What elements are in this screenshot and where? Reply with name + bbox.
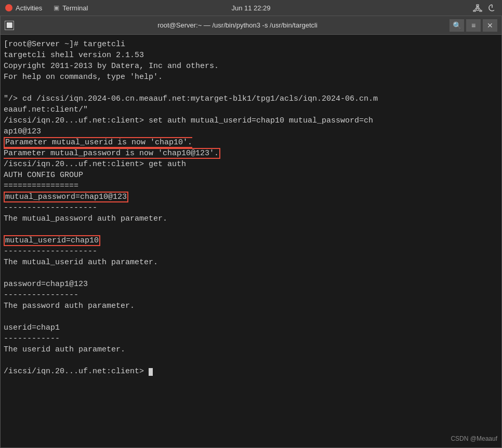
terminal-window-icon: ⬜ — [5, 21, 14, 30]
line-password: password=chap1@123 — [4, 279, 498, 290]
system-bar-right — [473, 3, 497, 12]
mutual-userid-value: mutual_userid=chap10 — [4, 235, 100, 246]
terminal-output: [root@Server ~]# targetclitargetcli shel… — [4, 39, 498, 377]
line-mutual-pw-desc: The mutual_password auth parameter. — [4, 213, 498, 224]
line-set-auth: /iscsi/iqn.20...uf.net:client> set auth … — [4, 115, 498, 137]
title-bar-title: root@Server:~ — /usr/bin/python3 -s /usr… — [25, 21, 450, 29]
svg-rect-6 — [477, 5, 479, 6]
line-empty2 — [4, 268, 498, 279]
terminal-window: ⬜ root@Server:~ — /usr/bin/python3 -s /u… — [0, 16, 502, 448]
line-empty1 — [4, 224, 498, 235]
line-4: For help on commands, type 'help'. — [4, 72, 498, 83]
line-param1: Parameter mutual_userid is now 'chap10'.… — [4, 137, 498, 159]
cursor — [149, 368, 153, 376]
line-prompt: /iscsi/iqn.20...uf.net:client> — [4, 366, 498, 377]
line-mutual-uid: mutual_userid=chap10 — [4, 235, 498, 246]
line-dash2: -------------------- — [4, 246, 498, 257]
line-password-desc: The password auth parameter. — [4, 301, 498, 311]
svg-rect-2 — [480, 10, 482, 11]
system-bar: Activities ▣ Terminal Jun 11 22:29 — [0, 0, 502, 16]
line-empty3 — [4, 311, 498, 322]
close-button[interactable]: ✕ — [483, 19, 497, 32]
line-dash3: ---------------- — [4, 290, 498, 301]
line-mutual-pw: mutual_password=chap10@123 — [4, 192, 498, 202]
line-equals: ================ — [4, 181, 498, 192]
line-5 — [4, 83, 498, 93]
line-1: [root@Server ~]# targetcli — [4, 39, 498, 50]
watermark: CSDN @Meaauf — [451, 435, 497, 443]
terminal-icon-box: ▣ — [54, 4, 59, 11]
terminal-label[interactable]: Terminal — [62, 4, 88, 12]
search-button[interactable]: 🔍 — [450, 19, 464, 32]
line-2: targetcli shell version 2.1.53 — [4, 50, 498, 61]
power-icon[interactable] — [487, 3, 497, 12]
line-empty4 — [4, 355, 498, 366]
line-auth-group: AUTH CONFIG GROUP — [4, 170, 498, 181]
activities-icon — [5, 4, 12, 11]
title-bar: ⬜ root@Server:~ — /usr/bin/python3 -s /u… — [1, 16, 501, 35]
activities-label[interactable]: Activities — [16, 4, 42, 12]
svg-rect-1 — [473, 10, 475, 11]
menu-button[interactable]: ≡ — [466, 19, 481, 32]
mutual-password-value: mutual_password=chap10@123 — [4, 192, 128, 202]
title-bar-left: ⬜ — [5, 21, 25, 30]
line-dash4: ------------ — [4, 333, 498, 344]
line-userid-desc: The userid auth parameter. — [4, 344, 498, 355]
line-dash1: -------------------- — [4, 202, 498, 213]
terminal-content[interactable]: [root@Server ~]# targetclitargetcli shel… — [1, 35, 501, 447]
network-icon — [473, 3, 482, 12]
system-bar-datetime: Jun 11 22:29 — [231, 4, 270, 12]
line-get-auth: /iscsi/iqn.20...uf.net:client> get auth — [4, 159, 498, 170]
line-userid: userid=chap1 — [4, 322, 498, 333]
line-3: Copyright 2011-2013 by Datera, Inc and o… — [4, 61, 498, 72]
title-bar-controls: 🔍 ≡ ✕ — [450, 19, 497, 32]
param-mutual-userid: Parameter mutual_userid is now 'chap10'.… — [4, 137, 220, 159]
system-bar-left: Activities ▣ Terminal — [5, 4, 88, 12]
svg-rect-0 — [477, 8, 479, 10]
line-cd: "/> cd /iscsi/iqn.2024-06.cn.meaauf.net:… — [4, 93, 498, 115]
line-mutual-uid-desc: The mutual_userid auth parameter. — [4, 257, 498, 268]
